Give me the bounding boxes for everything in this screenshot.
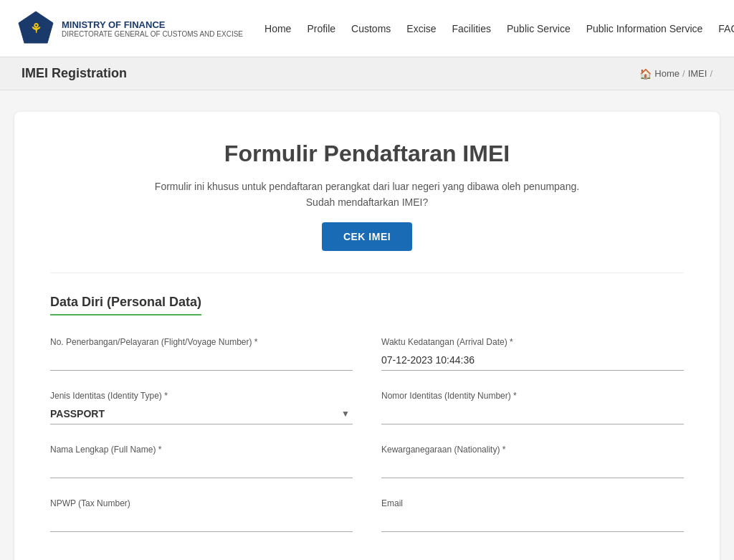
brand-logo[interactable]: ⚘ MINISTRY OF FINANCE DIRECTORATE GENERA…	[17, 10, 243, 47]
npwp-field: NPWP (Tax Number)	[50, 498, 353, 532]
fullname-input[interactable]	[50, 457, 353, 478]
email-field: Email	[381, 498, 684, 532]
email-label: Email	[381, 498, 684, 508]
fullname-label: Nama Lengkap (Full Name) *	[50, 445, 353, 455]
navbar: ⚘ MINISTRY OF FINANCE DIRECTORATE GENERA…	[0, 0, 734, 57]
form-header: Formulir Pendaftaran IMEI Formulir ini k…	[50, 141, 684, 251]
nav-profile[interactable]: Profile	[307, 23, 335, 34]
identity-number-label: Nomor Identitas (Identity Number) *	[381, 391, 684, 401]
flight-number-input[interactable]	[50, 350, 353, 371]
nav-links: Home Profile Customs Excise Facilities P…	[264, 23, 734, 34]
breadcrumb-separator-2: /	[710, 68, 712, 79]
breadcrumb-separator-1: /	[682, 68, 685, 79]
nationality-label: Kewarganegaraan (Nationality) *	[381, 445, 684, 455]
nav-home[interactable]: Home	[264, 23, 291, 34]
fullname-field: Nama Lengkap (Full Name) *	[50, 445, 353, 478]
main-content: Formulir Pendaftaran IMEI Formulir ini k…	[0, 90, 734, 560]
breadcrumb-current: IMEI	[688, 68, 707, 79]
cek-imei-button[interactable]: CEK IMEI	[322, 222, 412, 251]
nav-public-service[interactable]: Public Service	[507, 23, 571, 34]
brand-title: MINISTRY OF FINANCE	[62, 19, 243, 30]
identity-number-input[interactable]	[381, 404, 684, 424]
nav-faq[interactable]: FAQ	[718, 23, 734, 34]
flight-number-field: No. Penerbangan/Pelayaran (Flight/Voyage…	[50, 337, 353, 371]
breadcrumb-home-link[interactable]: Home	[654, 68, 680, 79]
flight-number-label: No. Penerbangan/Pelayaran (Flight/Voyage…	[50, 337, 353, 347]
identity-type-select-wrapper: PASSPORT KTP SIM ▼	[50, 404, 353, 424]
page-title: IMEI Registration	[22, 66, 127, 81]
breadcrumb-bar: IMEI Registration 🏠 Home / IMEI /	[0, 57, 734, 90]
form-grid: No. Penerbangan/Pelayaran (Flight/Voyage…	[50, 337, 684, 552]
section-divider	[50, 272, 684, 273]
arrival-date-field: Waktu Kedatangan (Arrival Date) * 07-12-…	[381, 337, 684, 371]
nav-excise[interactable]: Excise	[406, 23, 436, 34]
identity-type-field: Jenis Identitas (Identity Type) * PASSPO…	[50, 391, 353, 424]
home-icon: 🏠	[639, 68, 652, 80]
nav-public-info[interactable]: Public Information Service	[586, 23, 703, 34]
form-description-line2: Sudah mendaftarkan IMEI?	[50, 194, 684, 210]
brand-subtitle: DIRECTORATE GENERAL OF CUSTOMS AND EXCIS…	[62, 30, 243, 38]
form-card: Formulir Pendaftaran IMEI Formulir ini k…	[14, 112, 720, 560]
section-heading: Data Diri (Personal Data)	[50, 295, 201, 315]
form-description-line1: Formulir ini khusus untuk pendaftaran pe…	[50, 179, 684, 194]
identity-number-field: Nomor Identitas (Identity Number) *	[381, 391, 684, 424]
nav-customs[interactable]: Customs	[351, 23, 391, 34]
svg-text:⚘: ⚘	[30, 22, 42, 36]
nav-facilities[interactable]: Facilities	[452, 23, 491, 34]
npwp-input[interactable]	[50, 511, 353, 532]
breadcrumb: 🏠 Home / IMEI /	[639, 68, 712, 80]
identity-type-label: Jenis Identitas (Identity Type) *	[50, 391, 353, 401]
npwp-label: NPWP (Tax Number)	[50, 498, 353, 508]
nationality-field: Kewarganegaraan (Nationality) *	[381, 445, 684, 478]
arrival-date-label: Waktu Kedatangan (Arrival Date) *	[381, 337, 684, 347]
identity-type-select[interactable]: PASSPORT KTP SIM	[50, 404, 353, 424]
form-main-title: Formulir Pendaftaran IMEI	[50, 141, 684, 167]
nationality-input[interactable]	[381, 457, 684, 478]
arrival-date-value: 07-12-2023 10:44:36	[381, 350, 684, 371]
email-input[interactable]	[381, 511, 684, 532]
